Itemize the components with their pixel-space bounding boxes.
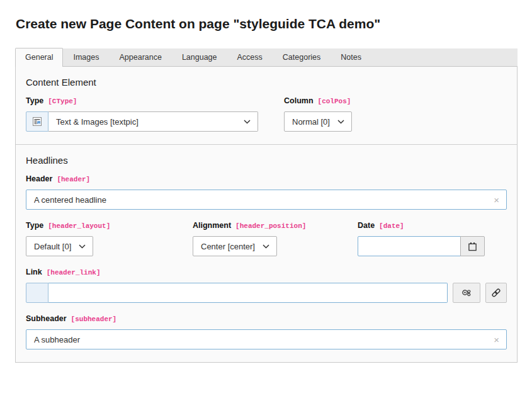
field-label: Subheader[subheader]: [26, 314, 507, 323]
header-position-select[interactable]: Center [center]: [193, 236, 277, 256]
field-label: Date[date]: [358, 221, 507, 230]
eye-link-icon: [461, 288, 472, 298]
field-header-position: Alignment[header_position] Center [cente…: [193, 221, 358, 256]
clear-icon[interactable]: ×: [494, 335, 499, 344]
section-content-element: Content Element Type[CType]: [16, 67, 517, 144]
section-headlines: Headlines Header[header] × Type[header_l…: [16, 144, 517, 362]
field-label: Type[CType]: [26, 96, 284, 105]
calendar-icon: [468, 242, 477, 251]
datepicker-button[interactable]: [460, 236, 485, 256]
clear-icon[interactable]: ×: [494, 195, 499, 205]
field-code: [CType]: [48, 98, 77, 105]
ctype-select[interactable]: Text & Images [textpic]: [48, 111, 258, 132]
link-explanation-button[interactable]: [453, 283, 480, 303]
chevron-down-icon: [79, 244, 86, 249]
field-code: [header_layout]: [48, 222, 110, 230]
colpos-select[interactable]: Normal [0]: [284, 111, 352, 132]
headline-options-row: Type[header_layout] Default [0] Alignmen…: [26, 221, 507, 256]
chevron-down-icon: [244, 120, 251, 124]
tab-language[interactable]: Language: [172, 48, 227, 66]
header-input[interactable]: [26, 190, 507, 210]
header-position-selected-value: Center [center]: [201, 242, 255, 251]
tab-content-panel: Content Element Type[CType]: [15, 67, 518, 363]
section-heading: Headlines: [26, 155, 507, 166]
chevron-down-icon: [263, 244, 269, 249]
field-header-link: Link[header_link]: [26, 268, 507, 303]
field-label: Link[header_link]: [26, 268, 507, 276]
field-subheader: Subheader[subheader] ×: [26, 314, 507, 349]
header-link-input[interactable]: [48, 283, 448, 303]
field-label: Type[header_layout]: [26, 221, 193, 230]
tab-general[interactable]: General: [15, 48, 63, 67]
field-colpos: Column[colPos] Normal [0]: [284, 96, 507, 132]
chevron-down-icon: [337, 120, 344, 124]
textpic-content-icon: [26, 111, 48, 132]
ctype-select-group: Text & Images [textpic]: [26, 111, 258, 132]
field-label: Header[header]: [26, 174, 507, 183]
ctype-selected-value: Text & Images [textpic]: [56, 117, 139, 127]
link-icon-cell: [26, 283, 48, 303]
tab-images[interactable]: Images: [63, 48, 109, 66]
field-code: [colPos]: [318, 98, 351, 105]
backend-form-view: Create new Page Content on page "stylegu…: [0, 0, 532, 403]
chain-link-icon: [491, 288, 501, 298]
field-label: Column[colPos]: [284, 96, 507, 105]
header-layout-select[interactable]: Default [0]: [26, 236, 93, 256]
field-header-layout: Type[header_layout] Default [0]: [26, 221, 193, 256]
tab-categories[interactable]: Categories: [273, 48, 331, 66]
field-label: Alignment[header_position]: [193, 221, 358, 230]
date-input-group: [358, 236, 485, 256]
field-code: [header_position]: [235, 222, 306, 230]
section-heading: Content Element: [26, 77, 507, 88]
tab-appearance[interactable]: Appearance: [109, 48, 171, 66]
form-tabbar: General Images Appearance Language Acces…: [15, 48, 518, 67]
subheader-input[interactable]: [26, 329, 507, 349]
field-header: Header[header] ×: [26, 174, 507, 210]
field-date: Date[date]: [358, 221, 507, 256]
date-input[interactable]: [358, 236, 461, 256]
field-code: [header]: [57, 176, 90, 183]
field-ctype: Type[CType]: [26, 96, 284, 132]
tab-access[interactable]: Access: [227, 48, 273, 66]
field-code: [date]: [379, 222, 404, 230]
link-browser-button[interactable]: [485, 283, 507, 303]
field-code: [header_link]: [47, 269, 101, 276]
header-layout-selected-value: Default [0]: [34, 242, 71, 251]
page-title: Create new Page Content on page "stylegu…: [16, 16, 518, 31]
field-code: [subheader]: [71, 315, 117, 323]
tab-notes[interactable]: Notes: [331, 48, 371, 66]
colpos-selected-value: Normal [0]: [292, 117, 330, 127]
